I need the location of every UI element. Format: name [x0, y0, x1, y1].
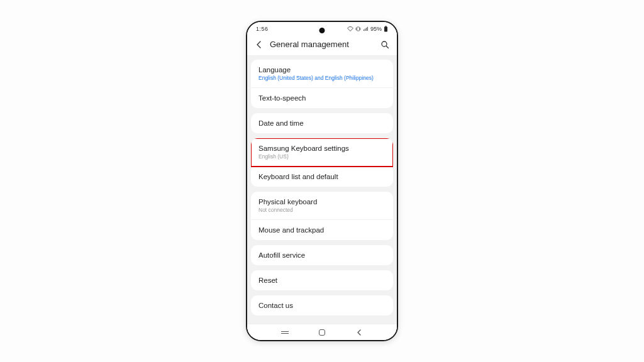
home-button[interactable]: [319, 329, 325, 336]
svg-rect-3: [384, 27, 387, 32]
settings-group: Autofill service: [251, 245, 393, 265]
settings-group: Samsung Keyboard settings English (US) K…: [251, 138, 393, 187]
item-language[interactable]: Language English (United States) and Eng…: [251, 60, 393, 88]
page-header: General management: [247, 36, 397, 56]
svg-rect-4: [385, 26, 386, 26]
phone-frame: 1:56 95% General manag: [246, 21, 398, 341]
chevron-left-icon: [255, 40, 264, 49]
item-text-to-speech[interactable]: Text-to-speech: [251, 88, 393, 108]
recents-button[interactable]: [281, 331, 289, 334]
status-right: 95%: [347, 26, 388, 32]
item-contact-us[interactable]: Contact us: [251, 295, 393, 315]
item-label: Date and time: [258, 119, 386, 127]
item-autofill-service[interactable]: Autofill service: [251, 245, 393, 265]
settings-group: Contact us: [251, 295, 393, 315]
item-label: Samsung Keyboard settings: [258, 145, 386, 152]
item-label: Autofill service: [258, 251, 386, 259]
screen: 1:56 95% General manag: [247, 22, 397, 340]
item-label: Text-to-speech: [258, 94, 386, 102]
signal-icon: [363, 26, 369, 31]
wifi-icon: [347, 26, 353, 31]
back-button[interactable]: [255, 40, 266, 49]
svg-rect-0: [357, 27, 359, 31]
status-bar: 1:56 95%: [247, 22, 397, 36]
item-subtitle: English (United States) and English (Phi…: [258, 75, 386, 81]
item-mouse-and-trackpad[interactable]: Mouse and trackpad: [251, 220, 393, 240]
vibrate-icon: [355, 26, 361, 31]
item-label: Keyboard list and default: [258, 173, 386, 180]
settings-group: Reset: [251, 270, 393, 290]
search-icon: [380, 40, 389, 49]
item-samsung-keyboard-settings[interactable]: Samsung Keyboard settings English (US): [251, 138, 393, 167]
battery-percent: 95%: [370, 26, 382, 32]
item-reset[interactable]: Reset: [251, 270, 393, 290]
item-keyboard-list-and-default[interactable]: Keyboard list and default: [251, 167, 393, 187]
item-label: Physical keyboard: [258, 198, 386, 206]
page-title: General management: [266, 40, 378, 49]
item-subtitle: Not connected: [258, 207, 386, 213]
battery-icon: [384, 26, 388, 32]
settings-group: Physical keyboard Not connected Mouse an…: [251, 192, 393, 240]
item-label: Reset: [258, 277, 386, 284]
status-time: 1:56: [256, 26, 269, 32]
settings-list[interactable]: Language English (United States) and Eng…: [247, 56, 397, 324]
settings-group: Language English (United States) and Eng…: [251, 60, 393, 108]
search-button[interactable]: [378, 40, 389, 49]
chevron-left-icon: [355, 329, 363, 336]
back-nav-button[interactable]: [355, 329, 363, 336]
item-physical-keyboard[interactable]: Physical keyboard Not connected: [251, 192, 393, 220]
item-label: Language: [258, 66, 386, 74]
item-label: Mouse and trackpad: [258, 226, 386, 234]
svg-line-6: [386, 46, 388, 48]
settings-group: Date and time: [251, 113, 393, 133]
item-label: Contact us: [258, 302, 386, 309]
item-subtitle: English (US): [258, 153, 386, 160]
item-date-and-time[interactable]: Date and time: [251, 113, 393, 133]
navigation-bar: [247, 324, 397, 340]
